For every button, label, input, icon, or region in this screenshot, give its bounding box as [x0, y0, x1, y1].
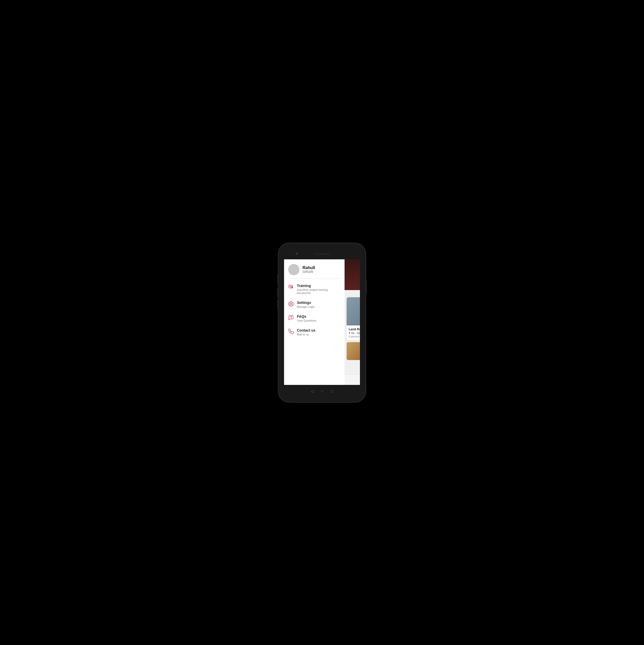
faqs-subtitle: User Questions [297, 319, 316, 322]
training-subtitle: AutoRise related training documents [297, 288, 340, 294]
home-button[interactable]: ○ [321, 389, 324, 394]
user-info: Rahull GIR105 [303, 265, 315, 274]
drawer-header: Rahull GIR105 [284, 259, 345, 278]
car-price: ₹ 55 - 55 L [349, 332, 360, 335]
faq-icon [288, 315, 294, 320]
thumb-left[interactable] [347, 342, 360, 360]
faqs-title: FAQs [297, 314, 316, 318]
training-title: Training [297, 284, 340, 288]
menu-item-training[interactable]: Training AutoRise related training docum… [284, 281, 345, 297]
thumbnail-row [347, 342, 360, 360]
settings-subtitle: Manage Login [297, 305, 315, 308]
recents-button[interactable]: □ [331, 389, 333, 394]
back-button[interactable]: ◁ [311, 389, 314, 394]
car-image [347, 297, 360, 326]
drawer-menu: Training AutoRise related training docum… [284, 278, 345, 385]
drawer-panel: Rahull GIR105 [284, 259, 345, 385]
contact-icon [288, 329, 294, 335]
user-name: Rahull [303, 265, 315, 270]
speaker [314, 253, 330, 255]
menu-item-contact[interactable]: Contact us Mail to us [284, 325, 345, 339]
car-info: Land Rover Ran... ₹ 55 - 55 L Expected L… [347, 326, 360, 340]
camera [296, 253, 298, 255]
svg-point-2 [291, 318, 291, 319]
settings-title: Settings [297, 300, 315, 305]
phone-device: Rahull GIR105 [279, 243, 365, 402]
contact-text: Contact us Mail to us [297, 328, 315, 336]
avatar [288, 264, 299, 275]
contact-subtitle: Mail to us [297, 333, 315, 336]
main-body: Land Rover Ran... ₹ 55 - 55 L Expected L… [345, 290, 360, 374]
main-panel: 🔔 [345, 259, 360, 385]
menu-item-faqs[interactable]: FAQs User Questions [284, 311, 345, 325]
faqs-text: FAQs User Questions [297, 314, 316, 322]
bottom-nav-bar: ⧖ Offers [345, 374, 360, 385]
contact-title: Contact us [297, 328, 315, 333]
car-card[interactable]: Land Rover Ran... ₹ 55 - 55 L Expected L… [347, 297, 360, 340]
car-launch: Expected Lanuch: 10... [349, 335, 360, 338]
screen-content: Rahull GIR105 [284, 259, 360, 385]
svg-rect-0 [289, 285, 292, 288]
svg-point-1 [290, 303, 292, 305]
phone-bottom-bar: ◁ ○ □ [279, 385, 365, 396]
settings-text: Settings Manage Login [297, 300, 315, 308]
training-icon [288, 284, 294, 290]
settings-icon [288, 301, 294, 307]
main-header: 🔔 [345, 259, 360, 290]
training-text: Training AutoRise related training docum… [297, 284, 340, 294]
phone-top-bar [279, 249, 365, 259]
phone-screen: Rahull GIR105 [284, 259, 360, 385]
menu-item-settings[interactable]: Settings Manage Login [284, 297, 345, 311]
user-id: GIR105 [303, 270, 315, 274]
car-name: Land Rover Ran... [349, 328, 360, 331]
